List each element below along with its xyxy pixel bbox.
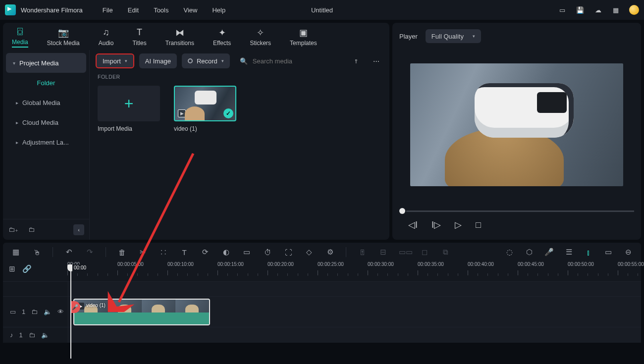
adjust-icon[interactable]: ⚙ <box>325 248 335 257</box>
list-icon[interactable]: ☰ <box>564 248 574 257</box>
stopwatch-icon[interactable]: ⏱ <box>263 248 272 257</box>
sidebar-folder-active[interactable]: Folder <box>3 73 89 93</box>
add-track-icon[interactable]: ⊞ <box>9 264 15 273</box>
shield-icon[interactable]: ⬡ <box>524 248 534 257</box>
audio-eq-icon[interactable]: 🎚 <box>357 248 367 257</box>
playhead[interactable]: 00:00 <box>70 264 71 359</box>
link-icon[interactable]: 🔗 <box>22 264 32 273</box>
crop-icon[interactable]: ⸬ <box>159 248 168 257</box>
prev-frame-button[interactable]: ◁I <box>408 219 418 230</box>
document-title: Untitled <box>311 6 333 14</box>
user-avatar-icon[interactable] <box>629 5 639 15</box>
sidebar-cloud-media[interactable]: ▸Cloud Media <box>3 112 89 132</box>
search-wrapper: 🔍 <box>235 57 344 65</box>
text-tool-icon[interactable]: T <box>179 248 189 257</box>
sidebar-project-media[interactable]: ▾Project Media <box>6 53 86 73</box>
media-icon: ⌼ <box>14 26 26 38</box>
group-icon[interactable]: ▭▭ <box>399 248 409 257</box>
sidebar-global-media[interactable]: ▸Global Media <box>3 93 89 112</box>
audio-track-icon: ♪ <box>10 331 13 339</box>
folder-section-label: FOLDER <box>90 72 389 82</box>
play-button[interactable]: ▷ <box>455 219 462 230</box>
cut-icon[interactable]: ✂ <box>138 248 148 257</box>
timeline-ruler[interactable]: 00:0000:00:05:0000:00:10:0000:00:15:0000… <box>67 261 641 281</box>
ai-image-button[interactable]: AI Image <box>139 53 177 68</box>
tab-effects[interactable]: ✦Effects <box>213 27 231 47</box>
video-track-1: ▭ 1 🗀 🔈 👁 ▶ video (1) <box>3 296 641 327</box>
delete-icon[interactable]: 🗑 <box>117 248 127 257</box>
mic-icon[interactable]: 🎤 <box>544 248 554 257</box>
tab-stickers[interactable]: ✧Stickers <box>250 27 271 47</box>
mute-icon[interactable]: 🔈 <box>41 331 49 339</box>
search-input[interactable] <box>253 57 339 65</box>
chevron-down-icon: ▾ <box>473 34 475 39</box>
save-icon[interactable]: 💾 <box>576 5 585 14</box>
lock-icon[interactable]: 🗀 <box>31 308 38 315</box>
import-button[interactable]: Import▾ <box>96 53 134 68</box>
undo-icon[interactable]: ↶ <box>64 248 74 257</box>
audio-track-body[interactable] <box>67 327 641 343</box>
keyframe-icon[interactable]: ◇ <box>304 248 314 257</box>
collapse-sidebar-icon[interactable]: ‹ <box>73 224 84 235</box>
tab-media[interactable]: ⌼Media <box>12 26 28 48</box>
zoom-out-icon[interactable]: ⊖ <box>623 248 633 257</box>
chevron-right-icon: ▸ <box>16 140 18 145</box>
menu-edit[interactable]: Edit <box>128 6 139 14</box>
snap-icon[interactable]: ⫿ <box>584 248 593 257</box>
ungroup-icon[interactable]: ◻ <box>420 248 429 257</box>
record-dot-icon <box>188 58 193 63</box>
menu-view[interactable]: View <box>183 6 197 14</box>
split-audio-icon[interactable]: ⊟ <box>378 248 388 257</box>
scrub-bar[interactable] <box>399 205 634 215</box>
select-tool-icon[interactable]: 🖱 <box>32 248 42 257</box>
speed-icon[interactable]: ⟳ <box>200 248 210 257</box>
chevron-down-icon: ▾ <box>125 58 127 63</box>
sidebar-adjustment-layer[interactable]: ▸Adjustment La... <box>3 132 89 152</box>
more-icon[interactable]: ⋯ <box>369 53 383 68</box>
timeline-clip-video1[interactable]: ▶ video (1) <box>73 299 210 325</box>
menu-tools[interactable]: Tools <box>154 6 168 14</box>
marker-icon[interactable]: ◌ <box>504 248 514 257</box>
tab-templates[interactable]: ▣Templates <box>290 27 317 47</box>
scrub-handle-icon[interactable] <box>399 208 405 214</box>
playback-controls: ◁I I▷ ▷ □ <box>399 215 634 235</box>
lock-icon[interactable]: 🗀 <box>29 331 35 339</box>
video-track-body[interactable]: ▶ video (1) <box>67 297 641 327</box>
screen-icon[interactable]: ▭ <box>558 5 567 14</box>
import-media-tile[interactable]: + Import Media <box>98 86 160 132</box>
record-button[interactable]: Record▾ <box>182 53 230 68</box>
folder-icon[interactable]: 🗀 <box>26 224 37 235</box>
mute-icon[interactable]: 🔈 <box>44 308 52 315</box>
layout-icon[interactable]: ▦ <box>11 248 21 257</box>
visibility-icon[interactable]: 👁 <box>57 308 64 315</box>
plus-icon: + <box>124 95 134 113</box>
audio-track-1: ♪ 1 🗀 🔈 <box>3 327 641 343</box>
tab-titles[interactable]: TTitles <box>132 27 146 47</box>
text-icon: T <box>134 27 146 39</box>
preview-viewport[interactable] <box>399 45 634 205</box>
media-item-video1[interactable]: ▶ ✓ video (1) <box>174 86 236 132</box>
menu-file[interactable]: File <box>103 6 113 14</box>
new-folder-icon[interactable]: 🗀₊ <box>8 224 19 235</box>
grid-icon[interactable]: ▦ <box>611 5 620 14</box>
cloud-icon[interactable]: ☁ <box>593 5 602 14</box>
transform-icon[interactable]: ⛶ <box>283 248 293 257</box>
overlap-icon[interactable]: ⧉ <box>440 248 450 257</box>
media-toolbar: Import▾ AI Image Record▾ 🔍 ⫯ ⋯ <box>90 50 389 72</box>
quality-select[interactable]: Full Quality▾ <box>426 29 481 43</box>
screen-icon[interactable]: ▭ <box>242 248 252 257</box>
sticker-icon: ✧ <box>255 27 267 39</box>
menu-help[interactable]: Help <box>212 6 225 14</box>
redo-icon[interactable]: ↷ <box>85 248 95 257</box>
tab-audio[interactable]: ♫Audio <box>99 27 114 47</box>
transition-icon: ⧓ <box>174 27 186 39</box>
filter-icon[interactable]: ⫯ <box>349 53 364 68</box>
clip-icon: ▶ <box>178 109 186 117</box>
tab-transitions[interactable]: ⧓Transitions <box>165 27 194 47</box>
next-frame-button[interactable]: I▷ <box>431 219 441 230</box>
color-icon[interactable]: ◐ <box>221 248 231 257</box>
stop-button[interactable]: □ <box>476 220 481 230</box>
fit-icon[interactable]: ▭ <box>603 248 613 257</box>
tab-stock-media[interactable]: 📷Stock Media <box>47 27 80 47</box>
camera-icon: 📷 <box>57 27 69 39</box>
